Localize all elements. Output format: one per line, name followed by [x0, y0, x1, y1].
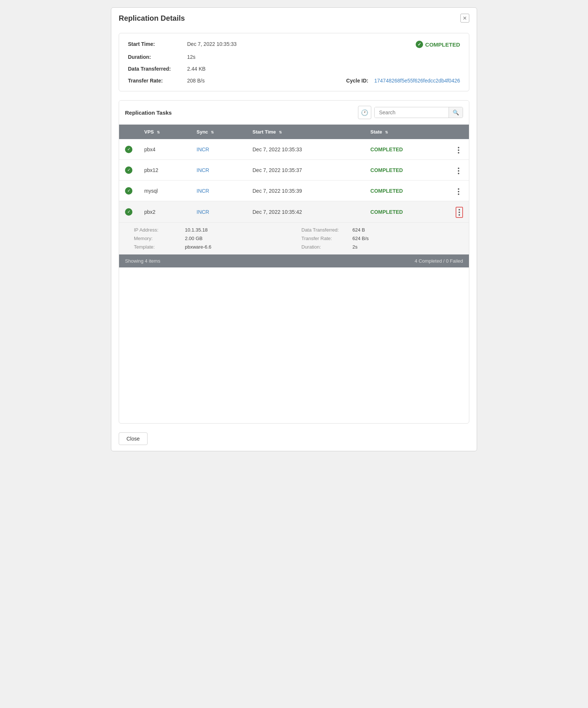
- status-check-icon: ✓: [125, 166, 132, 174]
- row-state-cell: COMPLETED: [365, 181, 450, 201]
- start-time-value: Dec 7, 2022 10:35:33: [187, 41, 237, 47]
- tasks-controls: 🕐 🔍: [358, 106, 463, 119]
- detail-memory-label: Memory:: [134, 236, 182, 241]
- search-icon: 🔍: [453, 109, 459, 115]
- row-status-cell: ✓: [119, 160, 138, 181]
- state-completed-label: COMPLETED: [371, 188, 403, 194]
- row-sync-cell: INCR: [191, 181, 247, 201]
- detail-data-transferred-label: Data Transferred:: [301, 227, 349, 233]
- sync-link[interactable]: INCR: [197, 209, 209, 215]
- row-actions-button[interactable]: [456, 145, 462, 155]
- detail-memory: Memory: 2.00 GB: [134, 236, 287, 241]
- detail-ip-address-label: IP Address:: [134, 227, 182, 233]
- row-starttime-cell: Dec 7, 2022 10:35:39: [247, 181, 365, 201]
- detail-transfer-rate-value: 624 B/s: [352, 236, 369, 241]
- clock-filter-button[interactable]: 🕐: [358, 106, 371, 119]
- row-starttime-cell: Dec 7, 2022 10:35:42: [247, 201, 365, 223]
- completed-check-icon: ✓: [416, 41, 423, 48]
- sync-link[interactable]: INCR: [197, 146, 209, 152]
- row-actions-cell: [450, 139, 469, 160]
- search-input[interactable]: [375, 107, 449, 118]
- table-row: ✓ pbx2 INCR Dec 7, 2022 10:35:42 COMPLET…: [119, 201, 469, 223]
- row-sync-cell: INCR: [191, 139, 247, 160]
- transfer-rate-value: 208 B/s: [187, 78, 205, 84]
- col-status: [119, 125, 138, 139]
- row-sync-cell: INCR: [191, 160, 247, 181]
- row-actions-button[interactable]: [456, 187, 462, 196]
- data-transferred-value: 2.44 KB: [187, 66, 206, 72]
- close-icon: ✕: [463, 15, 467, 21]
- row-starttime-cell: Dec 7, 2022 10:35:37: [247, 160, 365, 181]
- sort-icon: ⇅: [279, 130, 282, 134]
- row-actions-cell: [450, 181, 469, 201]
- table-body: ✓ pbx4 INCR Dec 7, 2022 10:35:33 COMPLET…: [119, 139, 469, 254]
- sort-icon: ⇅: [211, 130, 214, 134]
- sort-icon: ⇅: [385, 130, 388, 134]
- status-badge: ✓ COMPLETED: [416, 41, 460, 48]
- row-state-cell: COMPLETED: [365, 201, 450, 223]
- tasks-table: VPS ⇅ Sync ⇅ Start Time ⇅ State ⇅ ✓ pbx4…: [119, 125, 469, 254]
- row-actions-button[interactable]: [456, 166, 462, 176]
- col-sync[interactable]: Sync ⇅: [191, 125, 247, 139]
- detail-duration-label: Duration:: [301, 244, 349, 250]
- state-completed-label: COMPLETED: [371, 146, 403, 152]
- bottom-bar: Close: [111, 427, 477, 451]
- row-actions-cell: [450, 201, 469, 223]
- detail-memory-value: 2.00 GB: [185, 236, 203, 241]
- status-check-icon: ✓: [125, 187, 132, 195]
- detail-template-value: pbxware-6.6: [185, 244, 212, 250]
- detail-data-transferred-value: 624 B: [352, 227, 365, 233]
- start-time-row: Start Time: Dec 7, 2022 10:35:33 ✓ COMPL…: [128, 41, 460, 48]
- status-check-icon: ✓: [125, 146, 132, 153]
- tasks-header: Replication Tasks 🕐 🔍: [119, 101, 469, 125]
- duration-value: 12s: [187, 54, 196, 60]
- row-state-cell: COMPLETED: [365, 139, 450, 160]
- col-start-time[interactable]: Start Time ⇅: [247, 125, 365, 139]
- window-title: Replication Details: [119, 14, 185, 23]
- col-actions: [450, 125, 469, 139]
- state-completed-label: COMPLETED: [371, 209, 403, 215]
- close-button[interactable]: Close: [119, 432, 148, 445]
- detail-grid: IP Address: 10.1.35.18 Data Transferred:…: [134, 227, 454, 250]
- row-status-cell: ✓: [119, 181, 138, 201]
- replication-details-window: Replication Details ✕ Start Time: Dec 7,…: [111, 7, 477, 451]
- clock-icon: 🕐: [361, 109, 368, 116]
- search-button[interactable]: 🔍: [449, 107, 463, 118]
- data-transferred-row: Data Transferred: 2.44 KB: [128, 66, 460, 72]
- row-state-cell: COMPLETED: [365, 160, 450, 181]
- row-sync-cell: INCR: [191, 201, 247, 223]
- window-close-button[interactable]: ✕: [460, 14, 469, 23]
- transfer-rate-row: Transfer Rate: 208 B/s Cycle ID: 1747482…: [128, 78, 460, 84]
- detail-template: Template: pbxware-6.6: [134, 244, 287, 250]
- detail-ip-address-value: 10.1.35.18: [185, 227, 207, 233]
- row-vps-cell: pbx2: [138, 201, 191, 223]
- detail-template-label: Template:: [134, 244, 182, 250]
- row-status-cell: ✓: [119, 139, 138, 160]
- sync-link[interactable]: INCR: [197, 188, 209, 194]
- transfer-rate-label: Transfer Rate:: [128, 78, 187, 84]
- info-card: Start Time: Dec 7, 2022 10:35:33 ✓ COMPL…: [119, 33, 469, 91]
- status-check-icon: ✓: [125, 208, 132, 216]
- row-starttime-cell: Dec 7, 2022 10:35:33: [247, 139, 365, 160]
- row-actions-button[interactable]: [456, 207, 463, 218]
- cycle-id-value[interactable]: 174748268f5e55f626fedcc2db4f0426: [374, 78, 460, 84]
- title-bar: Replication Details ✕: [111, 8, 477, 27]
- showing-items-label: Showing 4 items: [125, 258, 160, 264]
- row-actions-cell: [450, 160, 469, 181]
- duration-label: Duration:: [128, 54, 187, 60]
- col-vps[interactable]: VPS ⇅: [138, 125, 191, 139]
- table-row: ✓ pbx4 INCR Dec 7, 2022 10:35:33 COMPLET…: [119, 139, 469, 160]
- search-wrapper: 🔍: [374, 107, 463, 118]
- col-state[interactable]: State ⇅: [365, 125, 450, 139]
- duration-row: Duration: 12s: [128, 54, 460, 60]
- row-vps-cell: pbx12: [138, 160, 191, 181]
- start-time-label: Start Time:: [128, 41, 187, 47]
- data-transferred-label: Data Transferred:: [128, 66, 187, 72]
- sync-link[interactable]: INCR: [197, 167, 209, 173]
- row-vps-cell: pbx4: [138, 139, 191, 160]
- detail-duration-value: 2s: [352, 244, 358, 250]
- summary-label: 4 Completed / 0 Failed: [415, 258, 463, 264]
- row-vps-cell: mysql: [138, 181, 191, 201]
- table-header: VPS ⇅ Sync ⇅ Start Time ⇅ State ⇅: [119, 125, 469, 139]
- detail-ip-address: IP Address: 10.1.35.18: [134, 227, 287, 233]
